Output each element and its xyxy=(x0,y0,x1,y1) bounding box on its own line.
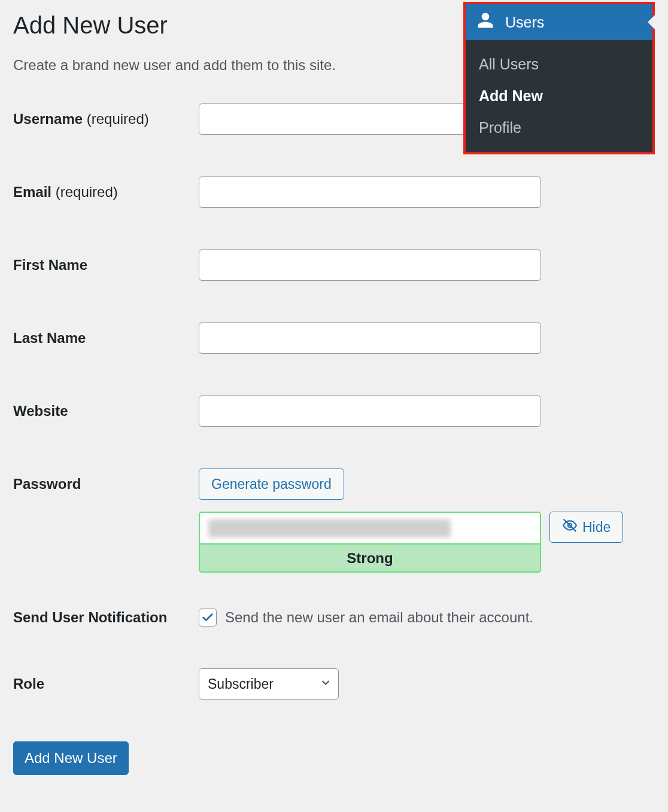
users-menu-title: Users xyxy=(505,14,544,31)
last-name-input[interactable] xyxy=(199,323,541,354)
send-notification-description: Send the new user an email about their a… xyxy=(225,609,533,626)
users-icon xyxy=(476,11,494,33)
submenu-item-all-users[interactable]: All Users xyxy=(466,48,652,80)
username-label: Username (required) xyxy=(13,111,199,127)
check-icon xyxy=(201,611,214,624)
role-select[interactable]: Subscriber xyxy=(199,668,339,700)
username-required-text: (required) xyxy=(87,111,149,127)
arrow-right-icon xyxy=(648,15,655,29)
submenu-item-profile[interactable]: Profile xyxy=(466,112,652,144)
send-notification-checkbox[interactable] xyxy=(199,609,217,627)
last-name-label: Last Name xyxy=(13,330,199,346)
email-field[interactable] xyxy=(199,177,541,208)
role-label: Role xyxy=(13,676,199,692)
submenu-item-add-new[interactable]: Add New xyxy=(466,80,652,112)
first-name-input[interactable] xyxy=(199,250,541,281)
generate-password-button[interactable]: Generate password xyxy=(199,469,344,500)
password-input[interactable]: hgL J3#FW9.94Qk6Ns27JfnKkU6 xyxy=(199,512,541,544)
hide-password-button[interactable]: Hide xyxy=(549,512,623,543)
password-label: Password xyxy=(13,476,199,492)
email-label-text: Email xyxy=(13,184,51,200)
website-label: Website xyxy=(13,403,199,419)
password-masked-value: hgL J3#FW9.94Qk6Ns27JfnKkU6 xyxy=(208,519,451,537)
username-label-text: Username xyxy=(13,111,83,127)
first-name-label: First Name xyxy=(13,257,199,273)
password-strength-meter: Strong xyxy=(199,544,541,573)
eye-slash-icon xyxy=(562,518,578,537)
send-notification-label: Send User Notification xyxy=(13,609,199,626)
add-new-user-button[interactable]: Add New User xyxy=(13,741,129,775)
email-required-text: (required) xyxy=(56,184,118,200)
website-input[interactable] xyxy=(199,396,541,427)
users-menu-header[interactable]: Users xyxy=(466,4,652,40)
email-label: Email (required) xyxy=(13,184,199,200)
users-submenu-callout: Users All Users Add New Profile xyxy=(463,2,655,154)
hide-password-label: Hide xyxy=(582,519,611,536)
